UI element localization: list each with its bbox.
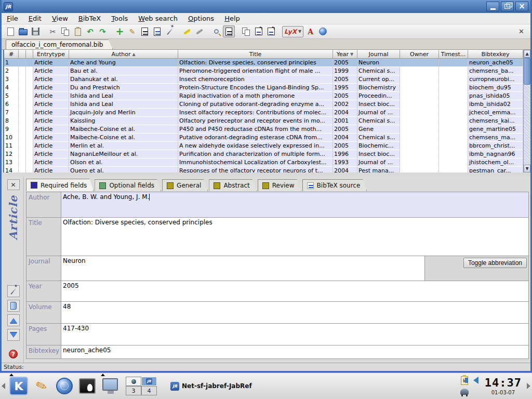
- table-row[interactable]: 4ArticleDu and PrestwichProtein-Structur…: [4, 84, 523, 92]
- column-header-entrytype[interactable]: Entrytype: [33, 50, 69, 59]
- store-entry-button[interactable]: [7, 300, 20, 312]
- table-row[interactable]: 5ArticleIshida and LealRapid inactivatio…: [4, 92, 523, 100]
- column-header-ic1[interactable]: [19, 50, 26, 59]
- pager-desktop-3[interactable]: 3: [126, 386, 141, 395]
- new-entry-icon[interactable]: +: [114, 25, 126, 37]
- column-header-owner[interactable]: Owner: [400, 50, 439, 59]
- database-tab[interactable]: olfaccio_i_com_feromonal.bib: [6, 39, 113, 49]
- toggle-abbreviation-button[interactable]: Toggle abbreviation: [463, 258, 527, 268]
- redo-icon[interactable]: ↷: [97, 25, 109, 37]
- help-button[interactable]: ?: [9, 350, 18, 358]
- notes-launcher[interactable]: ✎: [31, 376, 52, 396]
- edit-entry-icon[interactable]: ✎: [126, 25, 138, 37]
- open-database-icon[interactable]: [17, 25, 29, 37]
- task-jabref[interactable]: JR Net-sf-jabref-JabRef: [168, 380, 257, 392]
- editor-tab-required-fields[interactable]: Required fields: [26, 179, 94, 191]
- copy-icon[interactable]: [59, 25, 71, 37]
- next-entry-button[interactable]: [7, 329, 20, 341]
- import-plain-text-2-icon[interactable]: [265, 25, 277, 37]
- menu-bibtex[interactable]: BibTeX: [78, 15, 101, 22]
- editor-tab-review[interactable]: Review: [258, 179, 301, 191]
- pager-desktop-1[interactable]: [126, 377, 141, 386]
- editor-tab-abstract[interactable]: Abstract: [209, 179, 256, 191]
- cut-icon[interactable]: ✂: [47, 25, 59, 37]
- close-editor-button[interactable]: ✕: [7, 179, 20, 190]
- edit-preamble-icon[interactable]: [139, 25, 151, 37]
- menu-file[interactable]: File: [7, 15, 18, 22]
- mark-entries-icon[interactable]: [181, 25, 193, 37]
- network-plug-tray-icon[interactable]: [460, 389, 469, 395]
- table-row[interactable]: 1ArticleAche and YoungOlfaction: Diverse…: [4, 59, 523, 67]
- field-input-bibtexkey[interactable]: neuron_ache05: [61, 345, 528, 358]
- open-url-icon[interactable]: [317, 25, 329, 37]
- paste-icon[interactable]: [72, 25, 84, 37]
- editor-tab-optional-fields[interactable]: Optional fields: [95, 179, 161, 191]
- volume-tray-icon[interactable]: [473, 377, 478, 384]
- menu-edit[interactable]: Edit: [29, 15, 42, 22]
- menu-tools[interactable]: Tools: [111, 15, 128, 22]
- new-entry-wizard-icon[interactable]: [164, 25, 176, 37]
- pager-desktop-2[interactable]: JR: [141, 377, 157, 386]
- toolbar-close-icon[interactable]: ✕: [518, 28, 527, 35]
- search-icon[interactable]: [210, 25, 222, 37]
- scroll-down-icon[interactable]: ▼: [524, 165, 530, 172]
- menu-view[interactable]: View: [52, 15, 68, 22]
- table-row[interactable]: 6ArticleIshida and LealCloning of putati…: [4, 100, 523, 109]
- scroll-up-icon[interactable]: ▲: [524, 50, 530, 58]
- restore-button[interactable]: [501, 2, 514, 11]
- new-database-icon[interactable]: [5, 25, 17, 37]
- field-input-journal[interactable]: Neuron: [61, 256, 424, 281]
- column-header-year[interactable]: Year▼: [333, 50, 357, 59]
- clock-widget[interactable]: 14:37 01-03-07: [485, 377, 522, 395]
- edit-strings-icon[interactable]: [151, 25, 163, 37]
- minimize-button[interactable]: [486, 2, 499, 11]
- table-editor-splitter[interactable]: [3, 172, 530, 177]
- table-scrollbar[interactable]: ▲ ▼: [523, 50, 530, 172]
- menu-help[interactable]: Help: [224, 15, 240, 22]
- pager-desktop-4[interactable]: 4: [141, 386, 157, 395]
- previous-entry-button[interactable]: [7, 314, 20, 326]
- import-plain-text-icon[interactable]: [252, 25, 264, 37]
- table-row[interactable]: 9ArticleMaibeche-Coisne et al.P450 and P…: [4, 125, 523, 134]
- field-input-volume[interactable]: 48: [61, 302, 528, 323]
- unmark-entries-icon[interactable]: [193, 25, 205, 37]
- titlebar[interactable]: JR ×: [2, 0, 530, 13]
- duplicate-entry-icon[interactable]: [240, 25, 252, 37]
- column-header-author[interactable]: Author▲: [69, 50, 178, 59]
- generate-key-button[interactable]: [7, 285, 20, 297]
- table-row[interactable]: 14ArticleQuero et al.Responses of the ol…: [4, 167, 523, 172]
- save-database-icon[interactable]: [30, 25, 42, 37]
- open-pdf-icon[interactable]: A: [304, 25, 316, 37]
- close-button[interactable]: ×: [515, 2, 528, 11]
- field-input-author[interactable]: Ache, B. W. and Young, J. M.: [61, 192, 528, 217]
- editor-tab-general[interactable]: General: [162, 179, 208, 191]
- terminal-launcher[interactable]: [77, 376, 98, 396]
- table-row[interactable]: 10ArticleMaibeche-Coisne et al.Putative …: [4, 134, 523, 142]
- editor-tab-bibtex-source[interactable]: BibTeX source: [302, 179, 367, 191]
- browser-launcher[interactable]: [54, 376, 75, 396]
- column-header-bibtexkey[interactable]: Bibtexkey: [468, 50, 523, 59]
- table-row[interactable]: 11ArticleMerlin et al.A new aldehyde oxi…: [4, 142, 523, 150]
- column-header-title[interactable]: Title: [178, 50, 333, 59]
- table-row[interactable]: 7ArticleJacquin-Joly and MerlinInsect ol…: [4, 109, 523, 117]
- panel-hide-left-icon[interactable]: [2, 383, 5, 389]
- column-header-ic2[interactable]: [26, 50, 33, 59]
- toggle-preview-icon[interactable]: [223, 25, 235, 37]
- panel-hide-right-icon[interactable]: [527, 383, 530, 389]
- scrollbar-track[interactable]: [524, 85, 530, 165]
- column-header-timest[interactable]: Timest...: [439, 50, 468, 59]
- scrollbar-thumb[interactable]: [524, 58, 530, 85]
- column-header-journal[interactable]: Journal: [357, 50, 400, 59]
- field-input-pages[interactable]: 417-430: [61, 324, 528, 345]
- table-row[interactable]: 13ArticleOlson et al.Immunohistochemical…: [4, 158, 523, 167]
- field-input-year[interactable]: 2005: [61, 281, 528, 301]
- menu-options[interactable]: Options: [188, 15, 214, 22]
- field-input-title[interactable]: Olfaction: Diverse species, conserved pr…: [61, 218, 528, 256]
- desktop-access-launcher[interactable]: [100, 376, 121, 396]
- push-to-lyx-button[interactable]: LyX▼: [282, 26, 303, 37]
- table-row[interactable]: 8ArticleKaisslingOlfactory perireceptor …: [4, 117, 523, 125]
- table-row[interactable]: 2ArticleBau et al.Pheromone-triggered or…: [4, 67, 523, 75]
- kmenu-button[interactable]: K: [8, 376, 29, 396]
- column-header-num[interactable]: #: [4, 50, 19, 59]
- undo-icon[interactable]: ↶: [84, 25, 96, 37]
